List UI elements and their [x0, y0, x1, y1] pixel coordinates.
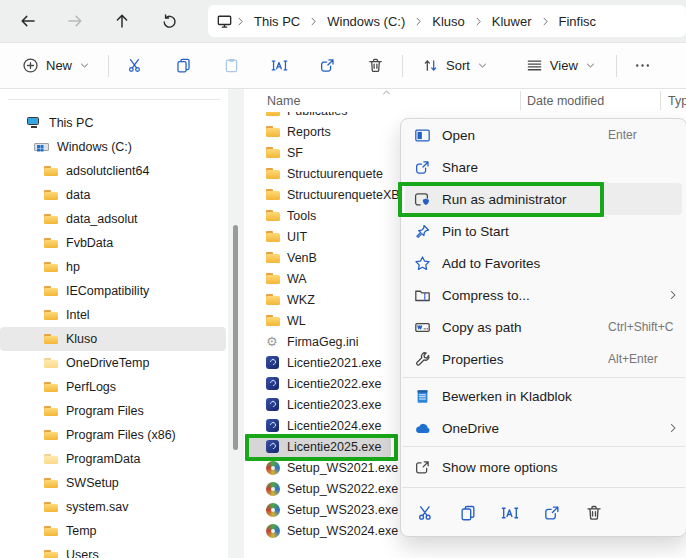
copy-button[interactable]: [453, 498, 483, 528]
cut-button[interactable]: [411, 498, 441, 528]
menu-item-open[interactable]: Open Enter: [405, 119, 682, 151]
paste-button[interactable]: [214, 49, 248, 83]
column-header-date-modified[interactable]: Date modified: [527, 94, 604, 108]
menu-item-run-as-administrator[interactable]: Run as administrator: [405, 183, 682, 215]
sidebar-item-label: Kluso: [66, 332, 97, 346]
menu-item-share[interactable]: Share: [405, 151, 682, 183]
folder-icon: [43, 283, 59, 299]
menu-item-pin-to-start[interactable]: Pin to Start: [405, 215, 682, 247]
share-button[interactable]: [537, 498, 567, 528]
cut-button[interactable]: [118, 49, 152, 83]
share-button[interactable]: [310, 49, 344, 83]
sidebar-scrollbar[interactable]: [228, 89, 244, 558]
setup-icon: [265, 523, 281, 539]
sidebar-item[interactable]: data_adsolut: [0, 207, 226, 231]
back-button[interactable]: [14, 7, 42, 35]
forward-button[interactable]: [61, 7, 89, 35]
refresh-button[interactable]: [155, 7, 183, 35]
breadcrumb-item[interactable]: This PC: [248, 12, 306, 31]
sidebar-item[interactable]: Program Files (x86): [0, 423, 226, 447]
trash-icon: [585, 504, 603, 522]
column-header-name[interactable]: Name: [267, 94, 300, 108]
more-options-button[interactable]: [626, 49, 660, 83]
menu-item-copy-as-path[interactable]: Copy as path Ctrl+Shift+C: [405, 311, 682, 343]
sidebar-item[interactable]: data: [0, 183, 226, 207]
sidebar-item[interactable]: Kluso: [0, 327, 226, 351]
breadcrumb-item[interactable]: Windows (C:): [321, 12, 411, 31]
menu-item-show-more-options[interactable]: Show more options: [405, 449, 682, 485]
sort-button[interactable]: Sort: [414, 49, 496, 83]
back-arrow-icon: [19, 12, 37, 30]
onedrive-cloud-icon: [413, 420, 431, 437]
up-button[interactable]: [108, 7, 136, 35]
plus-circle-icon: [22, 57, 39, 74]
menu-divider: [402, 446, 685, 447]
sidebar-item[interactable]: Program Files: [0, 399, 226, 423]
menu-divider: [402, 377, 685, 378]
context-menu: Open Enter Share Run as administrator Pi…: [400, 118, 686, 537]
delete-button[interactable]: [358, 49, 392, 83]
sidebar-item-label: Program Files: [66, 404, 144, 418]
menu-item-properties[interactable]: Properties Alt+Enter: [405, 343, 682, 375]
file-name-label: VenB: [287, 251, 317, 265]
ini-icon: [265, 334, 281, 350]
address-bar[interactable]: This PC Windows (C:) Kluso Kluwer: [208, 5, 686, 37]
delete-button[interactable]: [579, 498, 609, 528]
new-button[interactable]: New: [14, 49, 98, 83]
sidebar-item[interactable]: PerfLogs: [0, 375, 226, 399]
sidebar-item[interactable]: Users: [0, 543, 226, 558]
menu-item-bewerken-in-kladblok[interactable]: Bewerken in Kladblok: [405, 380, 682, 412]
zip-folder-icon: [413, 287, 431, 304]
sidebar-item[interactable]: Windows (C:): [0, 135, 226, 159]
chevron-right-icon: [411, 15, 426, 28]
breadcrumb-item[interactable]: Finfisc: [553, 12, 603, 31]
file-explorer-window: This PC Windows (C:) Kluso Kluwer: [0, 0, 686, 558]
sidebar-item[interactable]: ProgramData: [0, 447, 226, 471]
view-button[interactable]: View: [518, 49, 604, 83]
file-name-label: Setup_WS2024.exe: [287, 524, 398, 538]
rename-button[interactable]: [262, 49, 296, 83]
file-name-label: WA: [287, 272, 307, 286]
sidebar-item[interactable]: adsolutclient64: [0, 159, 226, 183]
sidebar-item[interactable]: This PC: [0, 111, 226, 135]
sidebar-item-label: Users: [66, 548, 99, 558]
window-icon: [413, 127, 431, 144]
column-divider[interactable]: [660, 91, 661, 110]
folder-icon: [43, 307, 59, 323]
breadcrumb-item[interactable]: Kluwer: [486, 12, 538, 31]
rename-button[interactable]: [495, 498, 525, 528]
navigation-pane: This PC Windows (C:) adsolutclient64: [0, 89, 228, 558]
scrollbar-thumb[interactable]: [233, 225, 238, 450]
folder-icon: [265, 271, 281, 287]
sidebar-item-label: Temp: [66, 524, 97, 538]
breadcrumb-item[interactable]: Kluso: [426, 12, 471, 31]
sidebar-item-label: PerfLogs: [66, 380, 116, 394]
column-divider[interactable]: [520, 91, 521, 110]
copy-button[interactable]: [166, 49, 200, 83]
drive-icon: [34, 139, 50, 155]
forward-arrow-icon: [66, 12, 84, 30]
sidebar-item[interactable]: IECompatibility: [0, 279, 226, 303]
sidebar-item[interactable]: Temp: [0, 519, 226, 543]
column-header-type[interactable]: Typ: [668, 94, 686, 108]
sort-ascending-caret-icon: [381, 89, 392, 98]
sidebar-item-label: OneDriveTemp: [66, 356, 149, 370]
menu-item-compress-to[interactable]: Compress to...: [405, 279, 682, 311]
file-row[interactable]: Licentie2025.exe: [248, 436, 391, 457]
sidebar-item[interactable]: FvbData: [0, 231, 226, 255]
command-toolbar: New: [0, 42, 686, 89]
file-name-label: WL: [287, 314, 306, 328]
menu-item-onedrive[interactable]: OneDrive: [405, 412, 682, 444]
sidebar-item-label: SWSetup: [66, 476, 119, 490]
chevron-down-icon: [79, 60, 90, 71]
sidebar-item[interactable]: hp: [0, 255, 226, 279]
copy-icon: [459, 504, 477, 522]
sidebar-item[interactable]: system.sav: [0, 495, 226, 519]
menu-item-add-to-favorites[interactable]: Add to Favorites: [405, 247, 682, 279]
copy-path-icon: [413, 319, 431, 336]
sidebar-item[interactable]: SWSetup: [0, 471, 226, 495]
sidebar-item[interactable]: OneDriveTemp: [0, 351, 226, 375]
sidebar-item-label: This PC: [49, 116, 93, 130]
sidebar-item[interactable]: Intel: [0, 303, 226, 327]
menu-shortcut: Ctrl+Shift+C: [608, 320, 673, 334]
